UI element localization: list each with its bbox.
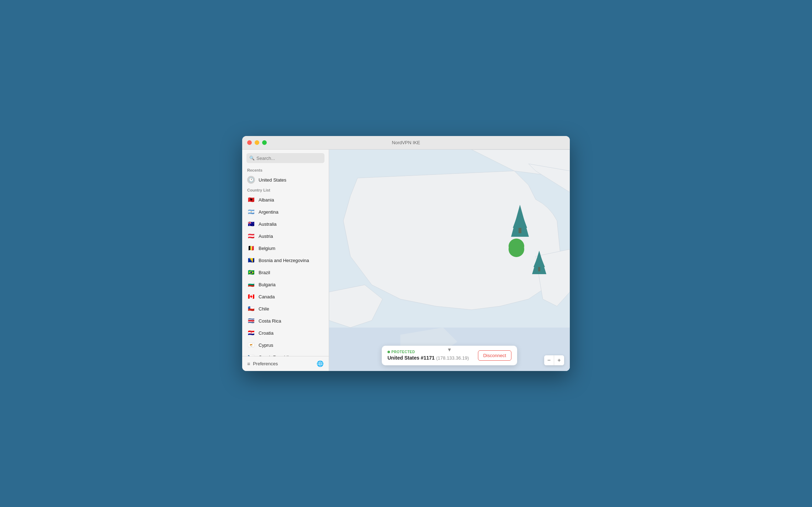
country-name: Belgium — [259, 246, 275, 251]
country-name: Brazil — [259, 270, 270, 275]
map-svg — [329, 150, 570, 371]
country-item-austria[interactable]: 🇦🇹 Austria — [242, 230, 329, 242]
country-item-brazil[interactable]: 🇧🇷 Brazil — [242, 266, 329, 278]
zoom-controls: − + — [544, 355, 564, 365]
recent-item-united-states[interactable]: 🕐 United States — [242, 174, 329, 186]
sidebar-list: Recents 🕐 United States Country List 🇦🇱 … — [242, 166, 329, 356]
country-item-bulgaria[interactable]: 🇧🇬 Bulgaria — [242, 278, 329, 291]
country-item-cyprus[interactable]: 🇨🇾 Cyprus — [242, 339, 329, 351]
flag-croatia: 🇭🇷 — [247, 329, 255, 337]
sidebar: 🔍 Recents 🕐 United States Country List 🇦… — [242, 150, 329, 371]
svg-rect-3 — [519, 228, 521, 233]
country-list-label: Country List — [242, 186, 329, 194]
country-item-czech-republic[interactable]: 🇨🇿 Czech Republic — [242, 351, 329, 356]
status-info: PROTECTED United States #1171 (178.133.3… — [387, 350, 472, 361]
country-name: Croatia — [259, 330, 274, 336]
country-name: Argentina — [259, 209, 279, 215]
country-name: Albania — [259, 197, 274, 203]
search-wrapper: 🔍 — [246, 153, 324, 163]
flag-canada: 🇨🇦 — [247, 293, 255, 300]
protected-label: PROTECTED — [387, 350, 472, 354]
search-input[interactable] — [246, 153, 324, 163]
server-name: United States #1171 — [387, 355, 434, 361]
zoom-in-button[interactable]: + — [554, 355, 564, 365]
flag-costa-rica: 🇨🇷 — [247, 317, 255, 325]
country-item-albania[interactable]: 🇦🇱 Albania — [242, 194, 329, 206]
scroll-down-icon: ▼ — [447, 347, 452, 352]
country-item-argentina[interactable]: 🇦🇷 Argentina — [242, 206, 329, 218]
country-item-chile[interactable]: 🇨🇱 Chile — [242, 303, 329, 315]
title-bar: NordVPN IKE — [242, 136, 570, 150]
country-name: Australia — [259, 221, 277, 227]
country-name: Canada — [259, 294, 275, 299]
main-content: 🔍 Recents 🕐 United States Country List 🇦… — [242, 150, 570, 371]
disconnect-button[interactable]: Disconnect — [478, 350, 511, 361]
country-name: Bulgaria — [259, 282, 276, 287]
recents-label: Recents — [242, 166, 329, 174]
flag-bulgaria: 🇧🇬 — [247, 281, 255, 288]
country-name: Austria — [259, 234, 273, 239]
country-name: Cyprus — [259, 343, 273, 348]
flag-bih: 🇧🇦 — [247, 256, 255, 264]
country-name: Costa Rica — [259, 318, 281, 324]
country-item-belgium[interactable]: 🇧🇪 Belgium — [242, 242, 329, 254]
flag-brazil: 🇧🇷 — [247, 268, 255, 276]
zoom-out-button[interactable]: − — [544, 355, 554, 365]
search-container: 🔍 — [242, 150, 329, 166]
preferences-label: Preferences — [253, 361, 278, 366]
recent-clock-icon: 🕐 — [247, 176, 255, 184]
server-details: United States #1171 (178.133.36.19) — [387, 355, 472, 361]
globe-icon[interactable]: 🌐 — [317, 360, 324, 367]
map-area[interactable]: PROTECTED United States #1171 (178.133.3… — [329, 150, 570, 371]
flag-belgium: 🇧🇪 — [247, 244, 255, 252]
flag-australia: 🇦🇺 — [247, 220, 255, 228]
flag-argentina: 🇦🇷 — [247, 208, 255, 216]
country-item-bih[interactable]: 🇧🇦 Bosnia and Herzegovina — [242, 254, 329, 266]
country-name: Chile — [259, 306, 269, 312]
app-window: NordVPN IKE 🔍 Recents 🕐 United States — [242, 136, 570, 371]
close-button[interactable] — [247, 140, 252, 145]
preferences-icon: ≡ — [247, 361, 250, 367]
country-item-costa-rica[interactable]: 🇨🇷 Costa Rica — [242, 315, 329, 327]
flag-chile: 🇨🇱 — [247, 305, 255, 313]
preferences-button[interactable]: ≡ Preferences — [247, 361, 278, 367]
window-title: NordVPN IKE — [392, 140, 420, 145]
maximize-button[interactable] — [262, 140, 267, 145]
flag-czech-republic: 🇨🇿 — [247, 353, 255, 356]
country-name: Bosnia and Herzegovina — [259, 258, 309, 263]
country-item-croatia[interactable]: 🇭🇷 Croatia — [242, 327, 329, 339]
flag-albania: 🇦🇱 — [247, 196, 255, 204]
country-item-australia[interactable]: 🇦🇺 Australia — [242, 218, 329, 230]
server-ip: (178.133.36.19) — [436, 355, 469, 361]
recent-item-name: United States — [259, 177, 286, 183]
sidebar-footer: ≡ Preferences 🌐 — [242, 356, 329, 371]
flag-austria: 🇦🇹 — [247, 232, 255, 240]
country-item-canada[interactable]: 🇨🇦 Canada — [242, 291, 329, 303]
svg-rect-6 — [538, 267, 540, 271]
minimize-button[interactable] — [255, 140, 259, 145]
green-dot-icon — [387, 351, 390, 353]
flag-cyprus: 🇨🇾 — [247, 341, 255, 349]
search-icon: 🔍 — [249, 156, 255, 161]
